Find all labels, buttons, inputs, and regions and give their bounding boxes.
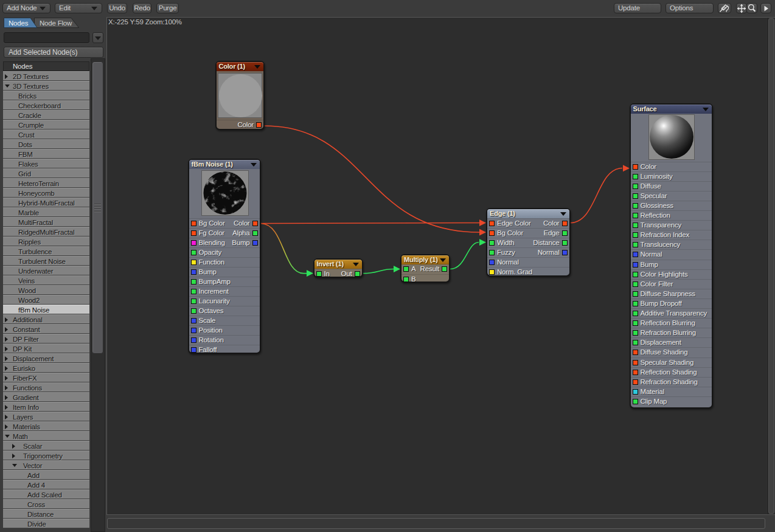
- svg-text:Node Flow: Node Flow: [40, 19, 72, 27]
- svg-text:Nodes: Nodes: [9, 19, 29, 27]
